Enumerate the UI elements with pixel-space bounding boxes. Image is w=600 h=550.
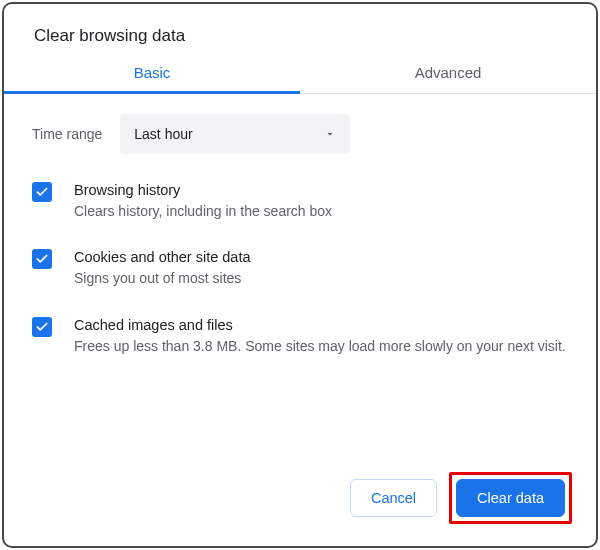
- option-text: Browsing history Clears history, includi…: [74, 180, 332, 221]
- dialog-body: Time range Last hour Browsing history Cl…: [4, 94, 596, 472]
- tab-bar: Basic Advanced: [4, 64, 596, 94]
- dialog-title: Clear browsing data: [4, 4, 596, 64]
- checkbox-cached[interactable]: [32, 317, 52, 337]
- time-range-select[interactable]: Last hour: [120, 114, 350, 154]
- option-cached: Cached images and files Frees up less th…: [32, 315, 568, 356]
- option-browsing-history: Browsing history Clears history, includi…: [32, 180, 568, 221]
- option-text: Cached images and files Frees up less th…: [74, 315, 566, 356]
- tab-advanced-label: Advanced: [415, 64, 482, 81]
- tab-basic[interactable]: Basic: [4, 64, 300, 93]
- cancel-button[interactable]: Cancel: [350, 479, 437, 517]
- option-desc: Signs you out of most sites: [74, 268, 251, 288]
- tab-advanced[interactable]: Advanced: [300, 64, 596, 93]
- check-icon: [35, 185, 49, 199]
- option-desc: Clears history, including in the search …: [74, 201, 332, 221]
- check-icon: [35, 320, 49, 334]
- option-cookies: Cookies and other site data Signs you ou…: [32, 247, 568, 288]
- cancel-button-label: Cancel: [371, 490, 416, 506]
- time-range-row: Time range Last hour: [32, 114, 568, 154]
- clear-data-button[interactable]: Clear data: [456, 479, 565, 517]
- checkbox-cookies[interactable]: [32, 249, 52, 269]
- option-desc: Frees up less than 3.8 MB. Some sites ma…: [74, 336, 566, 356]
- option-title: Browsing history: [74, 180, 332, 201]
- annotation-highlight: Clear data: [449, 472, 572, 524]
- option-text: Cookies and other site data Signs you ou…: [74, 247, 251, 288]
- clear-data-button-label: Clear data: [477, 490, 544, 506]
- chevron-down-icon: [324, 128, 336, 140]
- checkbox-browsing-history[interactable]: [32, 182, 52, 202]
- tab-basic-label: Basic: [134, 64, 171, 81]
- dialog-footer: Cancel Clear data: [4, 472, 596, 546]
- check-icon: [35, 252, 49, 266]
- time-range-value: Last hour: [134, 126, 192, 142]
- option-title: Cached images and files: [74, 315, 566, 336]
- option-title: Cookies and other site data: [74, 247, 251, 268]
- clear-browsing-data-dialog: Clear browsing data Basic Advanced Time …: [2, 2, 598, 548]
- time-range-label: Time range: [32, 126, 102, 142]
